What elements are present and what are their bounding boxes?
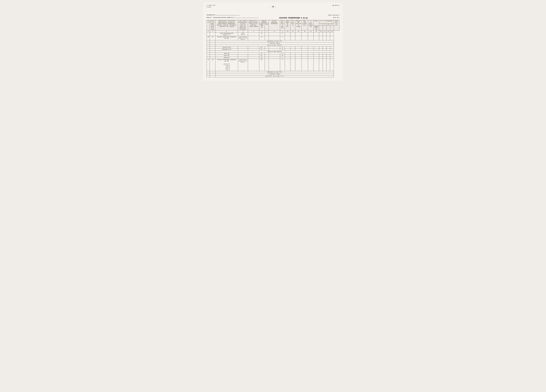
cell-plan-total <box>313 33 319 36</box>
cell-price-total <box>290 33 295 36</box>
table-row: Болты по ГОСТ 7798-70 <box>207 44 339 46</box>
cell-price-total <box>290 53 295 55</box>
cn6: 6 <box>259 30 265 32</box>
cell-pos <box>210 53 215 55</box>
cell-code <box>269 57 280 59</box>
object-field <box>234 16 258 18</box>
cell-q1 <box>319 53 323 55</box>
cell-num <box>207 48 210 51</box>
cell-factory <box>248 46 259 48</box>
cell-price-unit <box>285 55 290 57</box>
cell-type <box>238 46 248 48</box>
th-price-unit: Цена едини-цы, тыс. руб. <box>285 20 290 31</box>
cell-q4 <box>330 36 334 40</box>
cell-unit-name: шт. <box>259 36 265 40</box>
cell-code <box>269 55 280 57</box>
cell-q4 <box>330 59 334 71</box>
cell-unit-code <box>265 57 269 59</box>
cell-q4 <box>330 48 334 51</box>
cell-pos <box>210 55 215 57</box>
cell-price-total <box>290 46 295 48</box>
cell-name: М16х4:ОП <box>215 55 238 57</box>
cell-nuts-note: Гайки по ГОСТ 5915-70 <box>215 51 334 52</box>
cell-num <box>207 51 210 52</box>
cell-pos <box>210 75 215 77</box>
cell-q1 <box>319 46 323 48</box>
cell-factory <box>248 36 259 40</box>
cell-code <box>269 48 280 51</box>
cn17: 17 <box>323 30 326 32</box>
cell-ost13 <box>302 55 308 57</box>
th-name: Наименование и техническая характеристик… <box>215 20 238 31</box>
table-row: В комплект входят: <box>207 73 339 75</box>
cell-q2 <box>323 55 326 57</box>
cell-pos <box>210 51 215 52</box>
cn10: 10 <box>285 30 290 32</box>
cell-q3 <box>326 46 330 48</box>
cell-num <box>207 40 210 42</box>
doc-ref: 'Оф 394-47 <box>332 5 339 7</box>
cell-factory <box>248 33 259 36</box>
cell-num <box>207 57 210 59</box>
cell-code <box>269 59 280 71</box>
cell-ost13 <box>302 36 308 40</box>
cell-need14 <box>308 53 313 55</box>
th-need: Пот-реб-ность по про-екту <box>280 20 285 31</box>
cell-price-total <box>290 36 295 40</box>
header-center: ЗАКАЗНАЯ СПЕЦИФИКАЦИЯ № НТ-04 <box>279 17 308 19</box>
cell-q2 <box>323 33 326 36</box>
cell-need14 <box>308 33 313 36</box>
th-factory: Завод-изгото-витель (для им-портного обо… <box>248 20 259 31</box>
cell-q3 <box>326 53 330 55</box>
cn14: 14 <box>308 30 313 32</box>
th-ost12: Ожидае-мое нали-чие на складе <box>295 20 301 31</box>
cell-kit2-sub-note: для Н=П м, 13 м, 15м, 17 м <box>215 75 334 77</box>
cn19: 19 <box>330 30 334 32</box>
total-sheets-line: Всего листов 5 <box>328 14 339 16</box>
cell-plan-total <box>313 59 319 71</box>
cell-factory <box>248 55 259 57</box>
cell-plan-total <box>313 48 319 51</box>
cell-unit-code <box>265 53 269 55</box>
cn5: 5 <box>248 30 259 32</box>
cell-q1 <box>319 55 323 57</box>
cell-price-unit <box>285 57 290 59</box>
table-row: М20х4:ОП шт. 8. <box>207 57 339 59</box>
predpr-field <box>216 14 240 15</box>
th-unit-code: Код <box>265 23 269 30</box>
cell-type: Типовой проект серия 3.901-–10 выпуск 5 <box>238 36 248 40</box>
cell-unit-code <box>265 33 269 36</box>
cell-q2 <box>323 36 326 40</box>
cell-ost12 <box>295 46 301 48</box>
cell-type <box>238 48 248 51</box>
top-right-area: 'Оф 394-47 <box>332 5 339 7</box>
cell-num: 20 <box>207 36 210 40</box>
cell-unit-name: шт. <box>259 55 265 57</box>
cell-need14 <box>308 57 313 59</box>
th-code: Код обо-рудования, материалов <box>269 20 280 31</box>
cell-name: Колонка управления задвижкойДу 300для Н=… <box>215 59 238 71</box>
cell-unit-name: шт. <box>259 46 265 48</box>
cell-q3 <box>326 48 330 51</box>
cell-pos <box>210 48 215 51</box>
cell-q1 <box>319 36 323 40</box>
cell-pos <box>210 44 215 46</box>
cell-plan-total <box>313 57 319 59</box>
th-cost: Стоим-ость, тыс. руб. <box>334 20 339 31</box>
cell-ost13 <box>302 59 308 71</box>
cell-price-unit <box>285 48 290 51</box>
cell-unit-name: шт. <box>259 48 265 51</box>
spec-title-line: ЗАКАЗНАЯ СПЕЦИФИКАЦИЯ № НТ-04 <box>279 17 308 19</box>
cell-plan-total <box>313 55 319 57</box>
cn4: 4 <box>238 30 248 32</box>
cell-q2 <box>323 46 326 48</box>
cell-need14 <box>308 46 313 48</box>
th-q4: IY <box>330 23 334 26</box>
cn13: 13 <box>302 30 308 32</box>
cell-num: 21 <box>207 59 210 71</box>
cell-material-note: Материали см.черт.ТМ-2 <box>215 40 334 42</box>
cell-unit-name: шт. <box>259 57 265 59</box>
cell-price-total <box>290 55 295 57</box>
main-table: №пп № поз.по ген.плану,схеме,местауста-н… <box>207 20 339 77</box>
cell-ost12 <box>295 53 301 55</box>
